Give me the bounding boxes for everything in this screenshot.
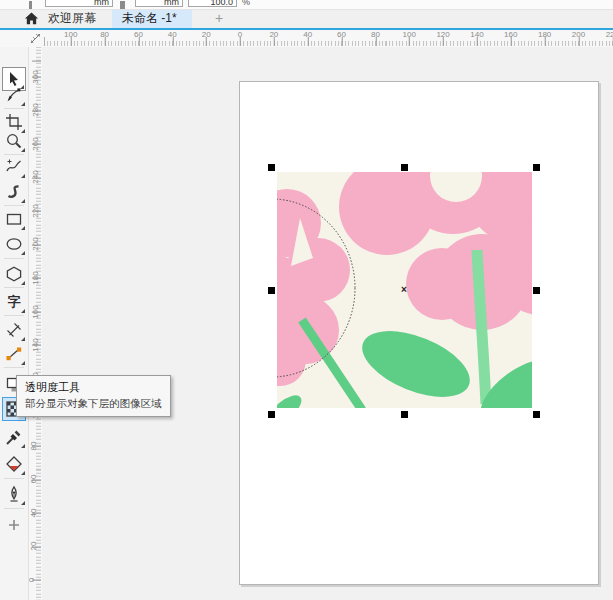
home-icon[interactable] [24,11,39,26]
connector-line-icon [5,345,23,363]
toolbox-divider [4,258,24,259]
artistic-media-icon [5,183,23,201]
tooltip-title: 透明度工具 [25,380,162,395]
ellipse-icon [5,235,23,253]
document-tab-bar: 欢迎屏幕 未命名 -1* + [0,9,613,28]
h-ruler-label: 60 [134,30,143,39]
horizontal-ruler-ticks [44,30,613,46]
selection-handle[interactable] [268,287,275,294]
h-ruler-label: 80 [100,30,109,39]
selection-handle[interactable] [401,411,408,418]
horizontal-ruler[interactable]: 1008060402002040608010012014016018020022… [0,30,613,47]
add-tools-button[interactable] [2,513,26,537]
ruler-origin-icon[interactable] [28,30,44,47]
toolbox-divider [4,367,24,368]
plus-icon [5,516,23,534]
h-ruler-label: 100 [403,30,416,39]
v-ruler-label: 260 [31,137,40,150]
shape-edit-icon [5,86,23,104]
selection-handle[interactable] [533,411,540,418]
v-ruler-label: 220 [31,204,40,217]
h-ruler-label: 0 [238,30,242,39]
h-ruler-label: 100 [64,30,77,39]
h-ruler-label: 40 [303,30,312,39]
rectangle-icon [5,210,23,228]
toolbox-divider [4,478,24,479]
selection-handle[interactable] [401,164,408,171]
fill-diamond-icon [5,455,23,473]
selection-handle[interactable] [268,164,275,171]
h-ruler-label: 20 [269,30,278,39]
toolbox-divider [4,154,24,155]
tooltip-description: 部分显示对象下层的图像区域 [25,397,162,411]
v-ruler-label: 20 [29,542,38,551]
shape-tool[interactable] [2,83,26,107]
v-ruler-label: 40 [29,508,38,517]
h-ruler-label: 40 [168,30,177,39]
h-ruler-label: 200 [572,30,585,39]
tab-document-label: 未命名 -1* [122,9,177,28]
v-ruler-label: 160 [31,305,40,318]
h-ruler-label: 80 [371,30,380,39]
selection-handle[interactable] [533,164,540,171]
v-ruler-label: 180 [31,271,40,284]
v-ruler-label: 200 [31,238,40,251]
polygon-tool[interactable] [2,262,26,286]
h-ruler-label: 140 [470,30,483,39]
h-ruler-label: 20 [202,30,211,39]
outline-pen-tool[interactable] [2,482,26,506]
eyedropper-icon [5,428,23,446]
toolbox-divider [4,315,24,316]
toolbox-divider [4,508,24,509]
rectangle-tool[interactable] [2,207,26,231]
object-center-marker[interactable]: × [401,284,407,295]
v-ruler-label: 300 [31,70,40,83]
connector-tool[interactable] [2,342,26,366]
v-ruler-label: 60 [29,475,38,484]
toolbox-divider [4,108,24,109]
drawing-window[interactable]: × [42,47,613,600]
v-ruler-label: 80 [29,441,38,450]
accent-divider [0,28,613,30]
v-ruler-label: 280 [31,103,40,116]
vertical-ruler[interactable]: 3002802602402202001801601401201008060402… [28,47,42,600]
new-tab-button[interactable]: + [210,9,228,28]
h-ruler-label: 220 [606,30,613,39]
h-ruler-label: 180 [538,30,551,39]
toolbox-divider [4,205,24,206]
freehand-curve-icon [5,158,23,176]
toolbox-divider [4,287,24,288]
lock-ratio-icon[interactable] [120,1,125,9]
artistic-media-tool[interactable] [2,180,26,204]
ellipse-tool[interactable] [2,232,26,256]
text-glyph-icon: 字 [8,293,21,311]
v-ruler-label: 140 [31,338,40,351]
dimension-line-icon [5,321,23,339]
object-size-field-1[interactable]: mm [45,0,113,7]
scale-factor-field[interactable]: 100.0 [188,0,237,7]
v-ruler-label: 240 [31,171,40,184]
toolbox: 字 [0,47,29,600]
tab-welcome-screen[interactable]: 欢迎屏幕 [48,9,96,28]
zoom-tool[interactable] [2,129,26,153]
h-ruler-label: 120 [436,30,449,39]
tab-document-untitled[interactable]: 未命名 -1* [112,9,192,28]
color-eyedropper-tool[interactable] [2,425,26,449]
selection-handle[interactable] [268,411,275,418]
freehand-tool[interactable] [2,155,26,179]
property-bar: mm mm 100.0 % [0,0,613,10]
percent-label: % [242,0,250,7]
tool-tooltip: 透明度工具 部分显示对象下层的图像区域 [16,375,171,417]
h-ruler-label: 60 [337,30,346,39]
magnifier-icon [5,132,23,150]
interactive-fill-tool[interactable] [2,452,26,476]
property-bar-glyph [29,1,32,9]
h-ruler-label: 160 [504,30,517,39]
text-tool[interactable]: 字 [2,290,26,314]
pen-nib-icon [5,485,23,503]
selection-handle[interactable] [533,287,540,294]
polygon-icon [5,265,23,283]
dimension-tool[interactable] [2,318,26,342]
object-size-field-2[interactable]: mm [135,0,183,7]
